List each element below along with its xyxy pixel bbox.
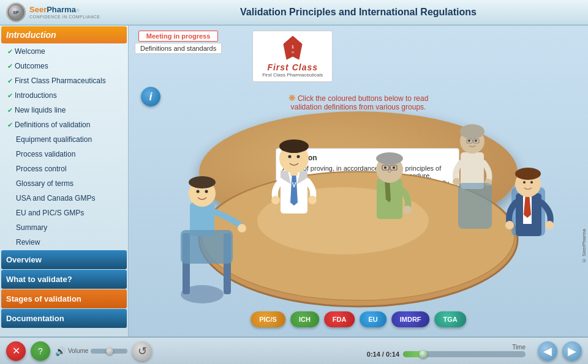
svg-point-12: [197, 190, 200, 193]
sidebar-item-process-validation[interactable]: Process validation: [0, 147, 128, 162]
svg-point-57: [181, 285, 224, 303]
sidebar-item-newliquids[interactable]: ✔ New liquids line: [0, 103, 128, 117]
sidebar-item-overview[interactable]: Overview: [1, 250, 127, 269]
sidebar-item-definitions[interactable]: ✔ Definitions of validation: [0, 117, 128, 132]
sidebar-item-what-to-validate[interactable]: What to validate?: [1, 270, 127, 289]
sidebar-item-eu-pics[interactable]: EU and PIC/S GMPs: [0, 206, 128, 220]
ribbon: 1 st: [262, 35, 323, 62]
refresh-button[interactable]: ↺: [132, 341, 152, 361]
instruction-line1: Click the coloured buttons below to read: [298, 94, 428, 103]
progress-knob[interactable]: [419, 350, 428, 358]
svg-rect-49: [523, 193, 532, 224]
svg-rect-9: [190, 202, 214, 236]
svg-point-55: [545, 221, 554, 229]
svg-point-14: [238, 224, 246, 232]
volume-slider[interactable]: [91, 349, 127, 354]
meeting-table: Validation Action of proving, in accorda…: [199, 111, 518, 234]
volume-icon: 🔊: [55, 346, 66, 356]
volume-label: Volume: [68, 347, 88, 354]
exit-button[interactable]: ✕: [6, 341, 26, 361]
checkmark-icon: ✔: [7, 77, 13, 85]
eu-button[interactable]: EU: [360, 311, 386, 327]
main-layout: Introduction ✔ Welcome ✔ Outcomes ✔ Firs…: [0, 26, 588, 336]
sidebar-item-label: Process validation: [16, 150, 75, 158]
page-title: Validation Principles and International …: [135, 7, 582, 18]
definition-text: Action of proving, in accordance with th…: [282, 165, 453, 194]
sidebar-item-outcomes[interactable]: ✔ Outcomes: [0, 59, 128, 73]
volume-knob[interactable]: [106, 347, 113, 355]
pics-button[interactable]: PIC/S: [251, 311, 285, 327]
sidebar-item-label: EU and PIC/S GMPs: [16, 209, 84, 217]
checkmark-icon: ✔: [7, 62, 13, 70]
svg-point-51: [515, 171, 541, 197]
svg-point-52: [515, 168, 541, 180]
sidebar-item-glossary[interactable]: Glossary of terms: [0, 176, 128, 191]
sidebar-item-label: Glossary of terms: [16, 179, 74, 188]
sidebar-item-usa-canada[interactable]: USA and Canada GMPs: [0, 191, 128, 206]
svg-rect-47: [511, 187, 545, 236]
sidebar-item-label: Introduction: [6, 30, 56, 40]
meeting-badge: Meeting in progress Definitions and stan…: [135, 31, 222, 54]
sidebar-item-label: Outcomes: [15, 62, 48, 70]
svg-text:1: 1: [292, 45, 294, 49]
back-button[interactable]: ◀: [538, 341, 557, 361]
time-label: Time: [512, 344, 526, 351]
asterisk-icon: ❋: [288, 93, 296, 103]
checkmark-icon: ✔: [7, 106, 13, 114]
sidebar-item-summary[interactable]: Summary: [0, 220, 128, 235]
svg-rect-48: [516, 193, 541, 236]
sidebar-item-label: Definitions of validation: [15, 121, 90, 129]
svg-text:SP: SP: [13, 10, 19, 15]
sidebar-item-process-control[interactable]: Process control: [0, 162, 128, 176]
meeting-topic: Definitions and standards: [135, 43, 222, 54]
sidebar-item-welcome[interactable]: ✔ Welcome: [0, 44, 128, 59]
sidebar-item-introductions[interactable]: ✔ Introductions: [0, 88, 128, 103]
svg-rect-58: [183, 233, 190, 294]
sidebar-item-firstclass[interactable]: ✔ First Class Pharmaceuticals: [0, 73, 128, 88]
logo-icon: SP: [6, 2, 26, 22]
content-area: Meeting in progress Definitions and stan…: [129, 26, 588, 336]
tga-button[interactable]: TGA: [435, 311, 466, 327]
sidebar-item-label: First Class Pharmaceuticals: [15, 76, 106, 85]
volume-control: 🔊 Volume: [55, 346, 127, 356]
help-button[interactable]: ?: [31, 341, 50, 361]
svg-point-54: [530, 181, 533, 184]
sidebar-item-review[interactable]: Review: [0, 235, 128, 250]
svg-rect-59: [224, 233, 231, 294]
sidebar-item-label: USA and Canada GMPs: [16, 194, 95, 202]
sidebar-item-documentation[interactable]: Documentation: [1, 309, 127, 328]
first-class-logo: 1 st First Class First Class Pharmaceuti…: [252, 31, 333, 82]
sidebar-item-label: Documentation: [6, 314, 64, 323]
sidebar-item-label: Review: [16, 238, 40, 247]
group-buttons: PIC/S ICH FDA EU IMDRF TGA: [251, 311, 466, 327]
logo-text: SeerPharma® CONFIDENCE IN COMPLIANCE: [29, 6, 100, 18]
checkmark-icon: ✔: [7, 92, 13, 100]
first-class-text: First Class: [262, 62, 323, 72]
copyright-text: © SeerPharma: [581, 229, 587, 263]
first-class-sub: First Class Pharmaceuticals: [262, 72, 323, 78]
sidebar-item-label: Welcome: [15, 47, 45, 56]
ich-button[interactable]: ICH: [290, 311, 319, 327]
svg-point-53: [523, 181, 526, 184]
instruction-line2: validation definitions from various grou…: [291, 103, 426, 111]
checkmark-icon: ✔: [7, 48, 13, 56]
sidebar-item-label: Stages of validation: [6, 294, 81, 303]
fda-button[interactable]: FDA: [324, 311, 355, 327]
click-instruction: ❋ Click the coloured buttons below to re…: [273, 93, 444, 111]
sidebar-item-label: What to validate?: [6, 275, 72, 284]
progress-bar[interactable]: [403, 351, 526, 357]
checkmark-icon: ✔: [7, 121, 13, 129]
svg-rect-60: [181, 230, 233, 264]
sidebar-item-label: Summary: [16, 223, 47, 232]
sidebar-item-label: Overview: [6, 255, 42, 264]
content-top-bar: Meeting in progress Definitions and stan…: [129, 26, 588, 87]
imdrf-button[interactable]: IMDRF: [391, 311, 430, 327]
forward-button[interactable]: ▶: [562, 341, 582, 361]
sidebar-item-label: Equipment qualification: [16, 135, 92, 144]
definition-term: Validation: [282, 154, 453, 162]
sidebar-item-label: Introductions: [15, 91, 57, 100]
sidebar: Introduction ✔ Welcome ✔ Outcomes ✔ Firs…: [0, 26, 129, 336]
sidebar-item-equipment[interactable]: Equipment qualification: [0, 132, 128, 147]
sidebar-item-stages-of-validation[interactable]: Stages of validation: [1, 289, 127, 308]
sidebar-item-introduction[interactable]: Introduction: [1, 26, 127, 43]
